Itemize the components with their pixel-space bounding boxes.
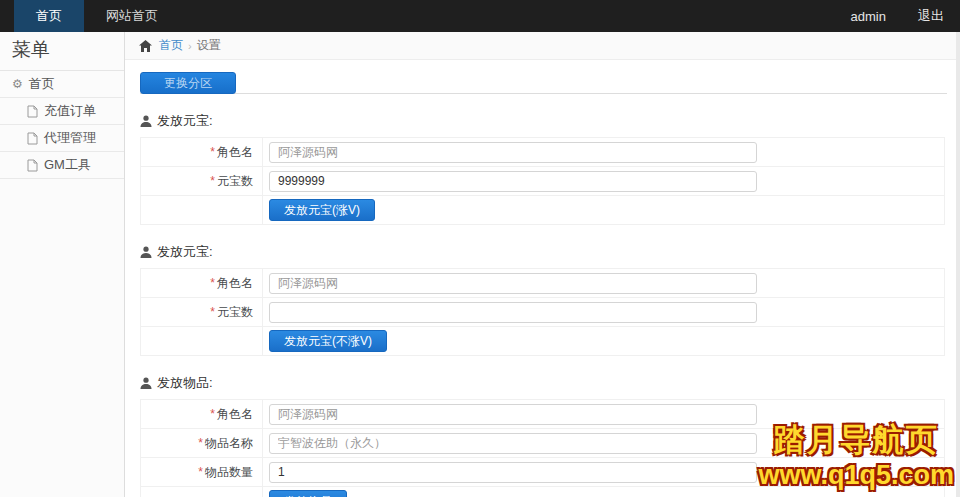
sidebar-item-gm-tools[interactable]: GM工具 xyxy=(0,152,124,179)
change-zone-button[interactable]: 更换分区 xyxy=(140,72,236,94)
section-title-text: 发放元宝: xyxy=(157,112,213,130)
sidebar: 菜单 ⚙ 首页 充值订单 代理管理 GM工具 xyxy=(0,32,125,497)
nav-tab-home[interactable]: 首页 xyxy=(14,0,84,32)
field-label-role-name: 角色名 xyxy=(217,407,253,421)
table-row: *角色名 xyxy=(141,269,945,298)
form-table: *角色名 *元宝数 发放元宝(不涨V) xyxy=(140,268,945,356)
zone-tabstrip: 更换分区 xyxy=(140,72,947,94)
person-icon xyxy=(140,377,152,389)
section-grant-items: 发放物品: *角色名 *物品名称 *物品数量 发放物品 xyxy=(140,374,947,497)
breadcrumb-home-link[interactable]: 首页 xyxy=(159,37,183,54)
grant-yuanbao-novip-button[interactable]: 发放元宝(不涨V) xyxy=(269,330,387,352)
sidebar-item-home[interactable]: ⚙ 首页 xyxy=(0,71,124,98)
sidebar-item-label: GM工具 xyxy=(44,156,91,174)
section-title-text: 发放元宝: xyxy=(157,243,213,261)
role-name-input[interactable] xyxy=(269,142,757,163)
doc-icon xyxy=(27,159,38,172)
item-name-input[interactable] xyxy=(269,433,757,454)
person-icon xyxy=(140,115,152,127)
yuanbao-count-input[interactable] xyxy=(269,302,757,323)
required-mark: * xyxy=(210,174,215,188)
gear-icon: ⚙ xyxy=(12,78,23,90)
required-mark: * xyxy=(198,465,203,479)
breadcrumb-separator: › xyxy=(188,40,192,52)
form-table: *角色名 *元宝数 发放元宝(涨V) xyxy=(140,137,945,225)
item-quantity-input[interactable] xyxy=(269,462,757,483)
sidebar-item-label: 充值订单 xyxy=(44,102,96,120)
field-label-role-name: 角色名 xyxy=(217,145,253,159)
section-title: 发放元宝: xyxy=(140,112,947,130)
required-mark: * xyxy=(210,145,215,159)
section-grant-yuanbao-vip: 发放元宝: *角色名 *元宝数 发放元宝(涨V) xyxy=(140,112,947,225)
scrollbar[interactable] xyxy=(956,32,960,497)
sidebar-item-label: 代理管理 xyxy=(44,129,96,147)
sidebar-item-label: 首页 xyxy=(29,75,55,93)
field-label-item-quantity: 物品数量 xyxy=(205,465,253,479)
field-label-item-name: 物品名称 xyxy=(205,436,253,450)
table-row: *物品名称 xyxy=(141,429,945,458)
nav-username[interactable]: admin xyxy=(835,0,902,32)
table-row: 发放元宝(不涨V) xyxy=(141,327,945,356)
field-label-yuanbao-count: 元宝数 xyxy=(217,174,253,188)
form-table: *角色名 *物品名称 *物品数量 发放物品 xyxy=(140,399,945,497)
role-name-input[interactable] xyxy=(269,404,757,425)
yuanbao-count-input[interactable] xyxy=(269,171,757,192)
field-label-yuanbao-count: 元宝数 xyxy=(217,305,253,319)
section-title-text: 发放物品: xyxy=(157,374,213,392)
doc-icon xyxy=(27,132,38,145)
breadcrumb: 首页 › 设置 xyxy=(125,32,960,60)
table-row: *物品数量 xyxy=(141,458,945,487)
sidebar-title: 菜单 xyxy=(0,32,124,71)
table-row: *角色名 xyxy=(141,400,945,429)
section-title: 发放元宝: xyxy=(140,243,947,261)
breadcrumb-current: 设置 xyxy=(197,37,221,54)
required-mark: * xyxy=(198,436,203,450)
person-icon xyxy=(140,246,152,258)
table-row: *元宝数 xyxy=(141,167,945,196)
sidebar-item-recharge-orders[interactable]: 充值订单 xyxy=(0,98,124,125)
logout-button[interactable]: 退出 xyxy=(902,0,960,32)
doc-icon xyxy=(27,105,38,118)
required-mark: * xyxy=(210,305,215,319)
grant-yuanbao-vip-button[interactable]: 发放元宝(涨V) xyxy=(269,199,375,221)
home-icon xyxy=(139,40,152,52)
top-navbar: 首页 网站首页 admin 退出 xyxy=(0,0,960,32)
required-mark: * xyxy=(210,276,215,290)
nav-tab-site-home[interactable]: 网站首页 xyxy=(84,0,180,32)
section-grant-yuanbao-novip: 发放元宝: *角色名 *元宝数 发放元宝(不涨V) xyxy=(140,243,947,356)
role-name-input[interactable] xyxy=(269,273,757,294)
table-row: 发放物品 xyxy=(141,487,945,497)
table-row: *角色名 xyxy=(141,138,945,167)
section-title: 发放物品: xyxy=(140,374,947,392)
main-content: 更换分区 发放元宝: *角色名 *元宝数 发放元宝(涨V) 发放元宝: xyxy=(125,60,960,497)
table-row: *元宝数 xyxy=(141,298,945,327)
required-mark: * xyxy=(210,407,215,421)
table-row: 发放元宝(涨V) xyxy=(141,196,945,225)
sidebar-item-agent-management[interactable]: 代理管理 xyxy=(0,125,124,152)
nav-spacer xyxy=(180,0,835,32)
field-label-role-name: 角色名 xyxy=(217,276,253,290)
grant-item-button[interactable]: 发放物品 xyxy=(269,490,347,497)
